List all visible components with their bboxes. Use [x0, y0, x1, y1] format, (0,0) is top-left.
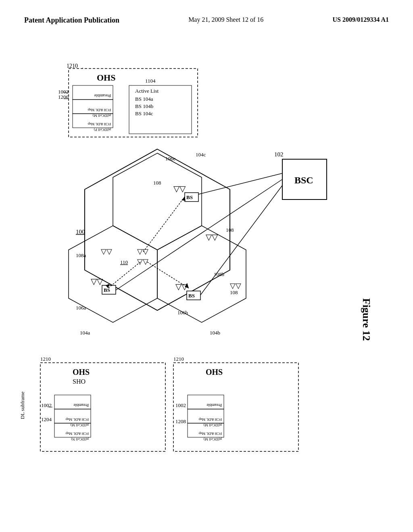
svg-text:Preamble: Preamble [73, 403, 89, 407]
svg-text:102: 102 [274, 151, 284, 158]
svg-text:SHO: SHO [73, 378, 86, 385]
publication-info: May 21, 2009 Sheet 12 of 16 [188, 16, 263, 23]
svg-text:Active List: Active List [135, 88, 159, 94]
svg-text:DL subframe: DL subframe [19, 391, 25, 419]
svg-text:▽▽: ▽▽ [173, 184, 186, 193]
svg-text:▽▽: ▽▽ [137, 247, 148, 256]
svg-text:BS 104b: BS 104b [135, 103, 153, 109]
svg-text:▽▽: ▽▽ [206, 233, 218, 241]
svg-text:▽▽: ▽▽ [230, 282, 241, 290]
svg-text:1002: 1002 [58, 89, 69, 95]
main-diagram: 1210 OHS 1206 Preamble 1002 FCH &DL Map … [16, 56, 379, 500]
svg-text:BS: BS [186, 194, 193, 200]
svg-text:108: 108 [226, 227, 234, 233]
svg-text:1210: 1210 [40, 356, 51, 362]
svg-text:FCH &DL Map: FCH &DL Map [65, 418, 89, 422]
svg-line-60 [143, 197, 185, 252]
svg-text:p(IDCell M): p(IDCell M) [71, 423, 89, 427]
svg-text:BS: BS [104, 287, 110, 293]
diagram-container: 1210 OHS 1206 Preamble 1002 FCH &DL Map … [16, 56, 379, 500]
svg-text:p(IDCell M): p(IDCell M) [93, 114, 111, 118]
svg-text:FCH &DL Map: FCH &DL Map [65, 432, 89, 436]
svg-text:108a: 108a [76, 252, 86, 258]
svg-text:p(IDCell P): p(IDCell P) [94, 128, 111, 132]
svg-text:1204: 1204 [41, 416, 52, 422]
page-header: Patent Application Publication May 21, 2… [0, 0, 413, 25]
svg-text:110: 110 [120, 259, 128, 265]
svg-text:104b: 104b [210, 330, 220, 336]
svg-text:FCH &DL Map: FCH &DL Map [88, 122, 111, 126]
svg-text:100: 100 [76, 229, 85, 235]
svg-text:1210: 1210 [67, 63, 78, 69]
svg-text:Preamble: Preamble [206, 403, 222, 407]
svg-text:FCH &DL Map: FCH &DL Map [198, 418, 222, 422]
svg-text:1002: 1002 [175, 402, 186, 408]
svg-text:BSC: BSC [294, 175, 313, 185]
svg-rect-65 [40, 363, 165, 451]
svg-text:OHS: OHS [73, 368, 90, 376]
svg-text:108: 108 [153, 180, 161, 186]
svg-text:1104: 1104 [145, 78, 156, 84]
svg-text:p(IDCell M): p(IDCell M) [204, 437, 222, 441]
svg-text:BS: BS [188, 293, 195, 299]
svg-text:OHS: OHS [97, 73, 115, 83]
svg-text:108: 108 [230, 289, 238, 295]
svg-line-62 [198, 173, 282, 194]
publication-title: Patent Application Publication [24, 16, 119, 25]
svg-text:p(IDCell M): p(IDCell M) [204, 423, 222, 427]
svg-text:OHS: OHS [206, 368, 223, 376]
svg-text:Figure 12: Figure 12 [361, 298, 372, 341]
svg-line-64 [116, 179, 282, 290]
svg-text:▽▽: ▽▽ [91, 277, 103, 286]
svg-marker-31 [157, 226, 246, 322]
svg-text:1206: 1206 [58, 94, 69, 100]
svg-text:1208: 1208 [175, 418, 186, 424]
svg-text:BS 104c: BS 104c [135, 110, 153, 116]
svg-text:FCH &DL Map: FCH &DL Map [198, 432, 222, 436]
svg-rect-0 [69, 69, 198, 137]
svg-text:104a: 104a [80, 330, 90, 336]
svg-rect-81 [173, 363, 298, 451]
svg-text:108b: 108b [214, 271, 224, 277]
svg-text:FCH &DL Map: FCH &DL Map [88, 108, 111, 112]
svg-text:▽▽: ▽▽ [101, 247, 112, 256]
svg-text:1002: 1002 [41, 402, 52, 408]
svg-text:p(IDCell N): p(IDCell N) [71, 437, 89, 441]
svg-text:106b: 106b [177, 310, 188, 316]
svg-text:104c: 104c [196, 152, 206, 158]
svg-text:106a: 106a [76, 305, 86, 311]
svg-text:Preamble: Preamble [94, 94, 111, 98]
patent-number: US 2009/0129334 A1 [332, 16, 389, 23]
svg-text:106c: 106c [165, 156, 176, 162]
svg-text:1210: 1210 [173, 356, 184, 362]
svg-text:▽▽: ▽▽ [137, 258, 148, 266]
svg-text:BS 104a: BS 104a [135, 96, 153, 102]
